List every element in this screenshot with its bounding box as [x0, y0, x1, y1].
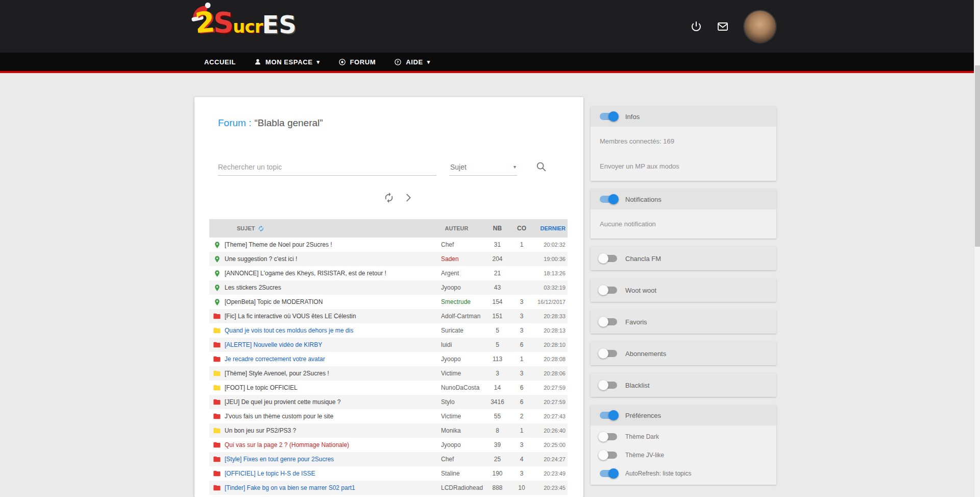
- topic-row[interactable]: [ANNONCE] L'ogame des Kheys, RISISTAR, e…: [209, 266, 568, 280]
- topic-title[interactable]: Une suggestion ? c'est ici !: [225, 255, 430, 263]
- topic-author[interactable]: Adolf-Cartman: [430, 313, 483, 320]
- topic-row[interactable]: [Fic] La fic interactive où VOUS êtes LE…: [209, 309, 568, 323]
- topic-title[interactable]: [ALERTE] Nouvelle vidéo de KIRBY: [225, 341, 430, 348]
- topic-title[interactable]: [ANNONCE] L'ogame des Kheys, RISISTAR, e…: [225, 270, 430, 277]
- topic-title[interactable]: Je recadre correctement votre avatar: [225, 356, 430, 363]
- topic-row[interactable]: Quand je vois tout ces moldus dehors je …: [209, 323, 568, 338]
- pr-f-rences-toggle[interactable]: [600, 412, 617, 419]
- topic-author[interactable]: Jyoopo: [430, 284, 483, 291]
- topic-row[interactable]: [ALERTE] Nouvelle vidéo de KIRBYluidi562…: [209, 338, 568, 352]
- folder-icon: [209, 484, 225, 492]
- mail-icon[interactable]: [717, 20, 729, 33]
- site-logo[interactable]: 2 S ucr ES: [195, 8, 297, 37]
- column-header-dernier[interactable]: DERNIER: [532, 225, 568, 231]
- card-item[interactable]: Envoyer un MP aux modos: [591, 154, 776, 179]
- topic-author[interactable]: Jyoopo: [430, 441, 483, 448]
- topic-row[interactable]: Une suggestion ? c'est ici !Saden20419:0…: [209, 252, 568, 266]
- topic-last: 20:28:08: [532, 356, 568, 362]
- topic-author[interactable]: LCDRadiohead: [430, 484, 483, 491]
- th-me-jv-like-toggle[interactable]: [600, 452, 617, 459]
- infos-toggle[interactable]: [600, 113, 617, 120]
- card-label: Chancla FM: [625, 255, 661, 263]
- topic-nb: 5: [483, 327, 511, 334]
- topic-row[interactable]: [Thème] Style Avenoel, pour 2Sucres !Vic…: [209, 366, 568, 381]
- power-icon[interactable]: [690, 20, 702, 33]
- notifications-toggle[interactable]: [600, 196, 617, 203]
- sort-refresh-icon[interactable]: [258, 225, 264, 232]
- topic-row[interactable]: Je recadre correctement votre avatarJyoo…: [209, 352, 568, 366]
- topic-last: 20:27:43: [532, 413, 568, 419]
- topic-author[interactable]: Stylo: [430, 398, 483, 406]
- list-controls: [383, 192, 414, 203]
- topic-title[interactable]: Un bon jeu sur PS2/PS3 ?: [225, 427, 430, 434]
- card-item[interactable]: Membres connectés: 169: [591, 129, 776, 154]
- abonnements-toggle[interactable]: [600, 350, 617, 357]
- topic-row[interactable]: Un bon jeu sur PS2/PS3 ?Monika8120:26:40: [209, 423, 568, 438]
- page-scrollbar[interactable]: [974, 0, 980, 497]
- topic-title[interactable]: [JEU] De quel jeu provient cette musique…: [225, 398, 430, 406]
- nav-item-accueil[interactable]: ACCUEIL: [195, 53, 245, 71]
- topic-author[interactable]: Jyoopo: [430, 356, 483, 363]
- forum-icon: [338, 58, 346, 66]
- topic-row[interactable]: J'vous fais un thème custom pour le site…: [209, 409, 568, 423]
- autorefresh-liste-topics-toggle[interactable]: [600, 470, 617, 477]
- topic-author[interactable]: Victime: [430, 370, 483, 377]
- woot-woot-toggle[interactable]: [600, 287, 617, 294]
- nav-item-aide[interactable]: ? AIDE ▾: [385, 53, 439, 71]
- nav-item-mon-espace[interactable]: MON ESPACE ▾: [245, 53, 329, 71]
- topic-row[interactable]: [Style] Fixes en tout genre pour 2Sucres…: [209, 452, 568, 466]
- topic-author[interactable]: Saden: [430, 255, 483, 263]
- search-input[interactable]: [218, 158, 436, 176]
- th-me-dark-toggle[interactable]: [600, 433, 617, 440]
- topic-author[interactable]: NunoDaCosta: [430, 384, 483, 391]
- refresh-icon[interactable]: [383, 192, 395, 203]
- user-avatar[interactable]: [744, 11, 776, 42]
- main-nav: ACCUEIL MON ESPACE ▾ FORUM ? AIDE ▾: [0, 53, 980, 73]
- topic-title[interactable]: [OFFICIEL] Le topic H-S de ISSE: [225, 470, 430, 477]
- scrollbar-thumb[interactable]: [975, 65, 980, 247]
- topic-author[interactable]: Staline: [430, 470, 483, 477]
- topic-title[interactable]: [Theme] Theme de Noel pour 2Sucres !: [225, 241, 430, 248]
- topic-title[interactable]: [OpenBeta] Topic de MODERATION: [225, 298, 430, 305]
- topic-row[interactable]: [OpenBeta] Topic de MODERATIONSmectrude1…: [209, 295, 568, 309]
- topic-title[interactable]: J'vous fais un thème custom pour le site: [225, 413, 430, 420]
- topic-row[interactable]: [Tinder] Fake bg on va bien se marrer S0…: [209, 481, 568, 495]
- topic-author[interactable]: Argent: [430, 270, 483, 277]
- topic-author[interactable]: Chef: [430, 241, 483, 248]
- topic-co: 6: [511, 398, 532, 406]
- topic-row[interactable]: [OFFICIEL] Le topic H-S de ISSEStaline19…: [209, 466, 568, 481]
- blacklist-toggle[interactable]: [600, 382, 617, 389]
- topic-author[interactable]: Suricate: [430, 327, 483, 334]
- topic-row[interactable]: Qui vas sur la page 2 ? (Hommage Nationa…: [209, 438, 568, 452]
- subject-filter-select[interactable]: Sujet ▾: [449, 158, 517, 176]
- column-header-sujet[interactable]: SUJET: [237, 225, 255, 231]
- forum-breadcrumb[interactable]: Forum :: [218, 117, 251, 128]
- search-icon[interactable]: [535, 161, 547, 172]
- topic-title[interactable]: [Thème] Style Avenoel, pour 2Sucres !: [225, 370, 430, 377]
- card-label: Abonnements: [625, 350, 666, 358]
- topic-author[interactable]: luidi: [430, 341, 483, 348]
- topic-author[interactable]: Chef: [430, 456, 483, 463]
- topic-row[interactable]: [JEU] De quel jeu provient cette musique…: [209, 395, 568, 409]
- chancla-fm-toggle[interactable]: [600, 255, 617, 262]
- topic-row[interactable]: Les stickers 2SucresJyoopo4303:32:19: [209, 280, 568, 295]
- topic-title[interactable]: [Tinder] Fake bg on va bien se marrer S0…: [225, 484, 430, 491]
- favoris-toggle[interactable]: [600, 318, 617, 325]
- nav-item-forum[interactable]: FORUM: [329, 53, 385, 71]
- topic-title[interactable]: [FOOT] Le topic OFFICIEL: [225, 384, 430, 391]
- topic-row[interactable]: [Theme] Theme de Noel pour 2Sucres !Chef…: [209, 238, 568, 252]
- pref-row: Thème JV-like: [591, 446, 776, 464]
- card-item[interactable]: Aucune notification: [591, 211, 776, 236]
- topic-title[interactable]: Quand je vois tout ces moldus dehors je …: [225, 327, 430, 334]
- chevron-right-icon[interactable]: [403, 192, 414, 203]
- topic-author[interactable]: Victime: [430, 413, 483, 420]
- topic-title[interactable]: [Style] Fixes en tout genre pour 2Sucres: [225, 456, 430, 463]
- topic-row[interactable]: [FOOT] Le topic OFFICIELNunoDaCosta14620…: [209, 381, 568, 395]
- topic-title[interactable]: [Fic] La fic interactive où VOUS êtes LE…: [225, 313, 430, 320]
- topic-title[interactable]: Qui vas sur la page 2 ? (Hommage Nationa…: [225, 441, 430, 448]
- topic-author[interactable]: Smectrude: [430, 298, 483, 305]
- topic-last: 20:28:06: [532, 370, 568, 376]
- topic-title[interactable]: Les stickers 2Sucres: [225, 284, 430, 291]
- topic-author[interactable]: Monika: [430, 427, 483, 434]
- pin-icon: [209, 284, 225, 292]
